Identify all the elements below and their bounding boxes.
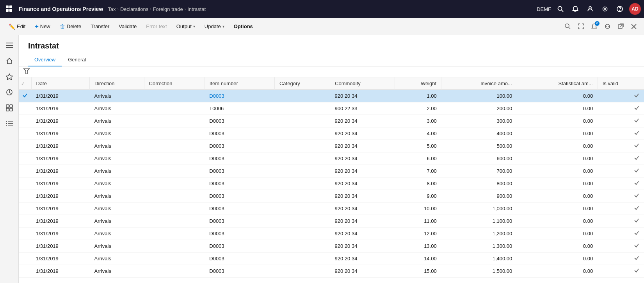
row-checkbox[interactable] (19, 140, 31, 152)
col-item-number[interactable]: Item number (205, 77, 274, 90)
breadcrumb-foreign-trade[interactable]: Foreign trade (153, 6, 183, 12)
row-direction: Arrivals (90, 240, 144, 253)
help-icon[interactable] (614, 4, 625, 14)
row-item-number[interactable]: D0003 (205, 152, 274, 165)
sidebar-list-icon[interactable] (2, 116, 16, 131)
row-checkbox[interactable] (19, 90, 31, 102)
company-selector[interactable]: DEMF (537, 6, 551, 12)
options-button[interactable]: Options (230, 22, 257, 31)
output-button[interactable]: Output ▾ (173, 22, 199, 31)
row-checkbox[interactable] (19, 102, 31, 115)
user-avatar[interactable]: AD (629, 3, 641, 15)
update-button[interactable]: Update ▾ (201, 22, 228, 31)
row-item-number[interactable]: D0003 (205, 190, 274, 202)
sidebar-menu-icon[interactable] (2, 38, 16, 52)
breadcrumb: Tax › Declarations › Foreign trade › Int… (108, 6, 206, 12)
col-correction[interactable]: Correction (144, 77, 205, 90)
fullscreen-icon[interactable] (575, 21, 586, 32)
validate-button[interactable]: Validate (115, 22, 141, 31)
row-category (274, 127, 330, 140)
delete-icon: 🗑 (60, 23, 65, 30)
delete-button[interactable]: 🗑 Delete (56, 22, 85, 31)
table-row[interactable]: 1/31/2019 Arrivals D0003 920 20 34 7.00 … (19, 165, 644, 177)
row-checkbox[interactable] (19, 227, 31, 240)
row-item-number[interactable]: D0003 (205, 227, 274, 240)
new-button[interactable]: + New (31, 21, 54, 32)
row-checkbox[interactable] (19, 240, 31, 253)
row-checkbox[interactable] (19, 265, 31, 278)
row-checkbox[interactable] (19, 215, 31, 227)
sidebar-home-icon[interactable] (2, 54, 16, 68)
search-filter-icon[interactable] (562, 21, 573, 32)
row-date: 1/31/2019 (31, 102, 90, 115)
table-row[interactable]: 1/31/2019 Arrivals D0003 920 20 34 8.00 … (19, 177, 644, 190)
breadcrumb-declarations[interactable]: Declarations (120, 6, 148, 12)
breadcrumb-tax[interactable]: Tax (108, 6, 116, 12)
notifications-count-icon[interactable]: 0 (589, 21, 600, 32)
sidebar-workspaces-icon[interactable] (2, 101, 16, 115)
col-statistical-amount[interactable]: Statistical am... (517, 77, 598, 90)
table-row[interactable]: 1/31/2019 Arrivals D0003 920 20 34 1.00 … (19, 90, 644, 102)
table-row[interactable]: 1/31/2019 Arrivals D0003 920 20 34 15.00… (19, 265, 644, 278)
col-weight[interactable]: Weight (395, 77, 441, 90)
row-checkbox[interactable] (19, 115, 31, 127)
table-row[interactable]: 1/31/2019 Arrivals D0003 920 20 34 11.00… (19, 215, 644, 227)
row-item-number[interactable]: D0003 (205, 115, 274, 127)
filter-icon[interactable] (23, 68, 30, 75)
row-item-number[interactable]: D0003 (205, 165, 274, 177)
breadcrumb-intrastat[interactable]: Intrastat (187, 6, 206, 12)
table-row[interactable]: 1/31/2019 Arrivals D0003 920 20 34 4.00 … (19, 127, 644, 140)
row-checkbox[interactable] (19, 177, 31, 190)
refresh-icon[interactable] (602, 21, 613, 32)
row-item-number[interactable]: D0003 (205, 253, 274, 265)
sidebar-favorites-icon[interactable] (2, 70, 16, 84)
settings-icon[interactable] (600, 4, 610, 14)
row-checkbox[interactable] (19, 253, 31, 265)
tab-overview[interactable]: Overview (28, 54, 62, 66)
edit-button[interactable]: ✏️ Edit (5, 22, 29, 31)
open-new-window-icon[interactable] (615, 21, 626, 32)
table-row[interactable]: 1/31/2019 Arrivals D0003 920 20 34 3.00 … (19, 115, 644, 127)
table-row[interactable]: 1/31/2019 Arrivals D0003 920 20 34 9.00 … (19, 190, 644, 202)
row-item-number[interactable]: D0003 (205, 202, 274, 215)
col-commodity[interactable]: Commodity (330, 77, 395, 90)
row-invoice: 1,500.00 (441, 265, 517, 278)
row-item-number[interactable]: T0006 (205, 102, 274, 115)
table-row[interactable]: 1/31/2019 Arrivals D0003 920 20 34 5.00 … (19, 140, 644, 152)
row-checkbox[interactable] (19, 190, 31, 202)
table-row[interactable]: 1/31/2019 Arrivals D0003 920 20 34 12.00… (19, 227, 644, 240)
row-item-number[interactable]: D0003 (205, 127, 274, 140)
row-item-number[interactable]: D0003 (205, 140, 274, 152)
table-row[interactable]: 1/31/2019 Arrivals D0003 920 20 34 13.00… (19, 240, 644, 253)
row-date: 1/31/2019 (31, 115, 90, 127)
row-checkbox[interactable] (19, 165, 31, 177)
search-icon[interactable] (555, 4, 566, 14)
row-item-number[interactable]: D0003 (205, 265, 274, 278)
user-icon[interactable] (585, 4, 596, 14)
col-is-valid[interactable]: Is valid (598, 77, 644, 90)
errortext-button[interactable]: Error text (142, 22, 171, 31)
col-category[interactable]: Category (274, 77, 330, 90)
sidebar-recent-icon[interactable] (2, 85, 16, 99)
table-row[interactable]: 1/31/2019 Arrivals D0003 920 20 34 14.00… (19, 253, 644, 265)
row-checkbox[interactable] (19, 202, 31, 215)
tab-general[interactable]: General (62, 54, 92, 66)
row-item-number[interactable]: D0003 (205, 215, 274, 227)
apps-grid-icon[interactable] (3, 3, 16, 15)
notification-icon[interactable] (570, 4, 581, 14)
col-direction[interactable]: Direction (90, 77, 144, 90)
row-checkbox[interactable] (19, 152, 31, 165)
col-invoice-amount[interactable]: Invoice amo... (441, 77, 517, 90)
table-row[interactable]: 1/31/2019 Arrivals D0003 920 20 34 10.00… (19, 202, 644, 215)
transfer-button[interactable]: Transfer (87, 22, 113, 31)
table-row[interactable]: 1/31/2019 Arrivals T0006 900 22 33 2.00 … (19, 102, 644, 115)
row-item-number[interactable]: D0003 (205, 177, 274, 190)
table-header-row: ✓ Date Direction Correction Item number … (19, 77, 644, 90)
col-date[interactable]: Date (31, 77, 90, 90)
row-item-number[interactable]: D0003 (205, 90, 274, 102)
row-date: 1/31/2019 (31, 177, 90, 190)
row-checkbox[interactable] (19, 127, 31, 140)
table-row[interactable]: 1/31/2019 Arrivals D0003 920 20 34 6.00 … (19, 152, 644, 165)
row-item-number[interactable]: D0003 (205, 240, 274, 253)
close-icon[interactable] (628, 21, 639, 32)
